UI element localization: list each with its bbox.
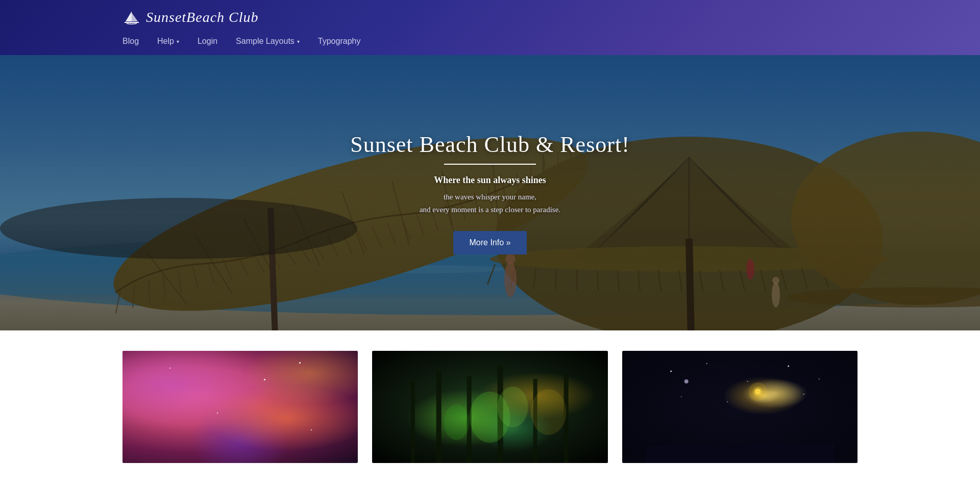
chevron-down-icon: ▾ (297, 39, 300, 44)
svg-point-37 (531, 389, 567, 435)
site-logo[interactable]: SunsetBeach Club (122, 9, 259, 25)
svg-point-44 (726, 401, 727, 402)
star-dot (217, 413, 218, 414)
svg-rect-29 (436, 371, 442, 463)
card-3[interactable] (622, 351, 857, 463)
svg-rect-28 (411, 381, 415, 463)
svg-point-42 (818, 378, 819, 379)
hero-title: Sunset Beach Club & Resort! (350, 132, 630, 158)
svg-point-35 (498, 387, 528, 427)
svg-point-49 (684, 379, 688, 383)
hero-text: the waves whisper your name, and every m… (350, 191, 630, 217)
nav-item-help[interactable]: Help ▾ (157, 37, 179, 46)
nav-item-typography[interactable]: Typography (318, 37, 361, 46)
hero-content: Sunset Beach Club & Resort! Where the su… (340, 132, 640, 254)
sailboat-icon (122, 10, 141, 24)
star-dot (299, 362, 301, 364)
star-dot (264, 379, 265, 380)
card-3-night-sky (622, 351, 857, 463)
svg-point-48 (748, 382, 767, 401)
nav-item-blog[interactable]: Blog (122, 37, 139, 46)
hero-divider (444, 164, 536, 165)
nav-item-sample-layouts[interactable]: Sample Layouts ▾ (236, 37, 300, 46)
more-info-button[interactable]: More Info » (453, 231, 527, 254)
hero-subtitle: Where the sun always shines (350, 175, 630, 186)
nav-item-login[interactable]: Login (198, 37, 217, 46)
svg-point-39 (706, 363, 707, 364)
main-nav: Blog Help ▾ Login Sample Layouts ▾ Typog… (122, 31, 857, 55)
card-1-nebula (122, 351, 358, 463)
card-1[interactable] (122, 351, 358, 463)
svg-point-40 (747, 381, 748, 382)
svg-point-36 (444, 404, 470, 440)
svg-point-43 (680, 396, 681, 397)
header: SunsetBeach Club Blog Help ▾ Login Sampl… (0, 0, 980, 55)
logo-text: SunsetBeach Club (146, 9, 259, 25)
chevron-down-icon: ▾ (177, 39, 179, 44)
cards-section (0, 330, 980, 463)
svg-point-45 (803, 394, 804, 395)
svg-point-38 (670, 371, 672, 372)
svg-point-41 (788, 366, 789, 367)
hero-section: Sunset Beach Club & Resort! Where the su… (0, 55, 980, 330)
logo-bar: SunsetBeach Club (122, 0, 857, 31)
card-2[interactable] (372, 351, 607, 463)
card-2-trees (372, 351, 607, 463)
